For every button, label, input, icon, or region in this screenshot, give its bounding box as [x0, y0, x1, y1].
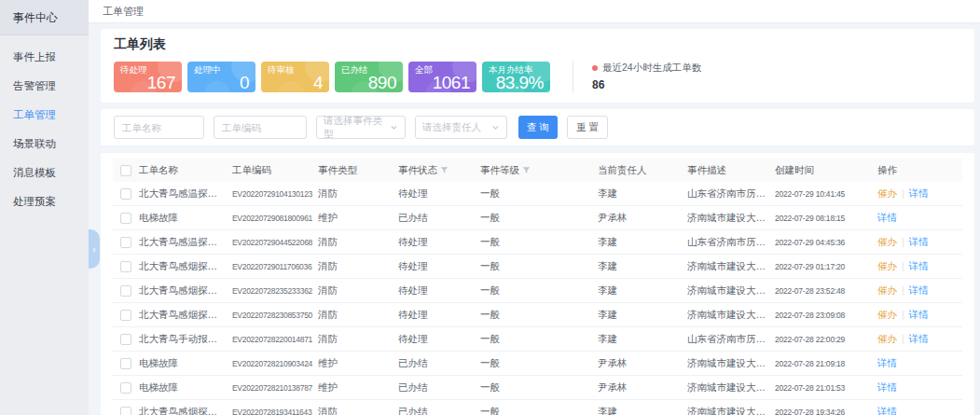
detail-link[interactable]: 详情 — [909, 187, 929, 199]
row-checkbox[interactable] — [120, 188, 131, 200]
cell-time: 2022-07-28 19:34:26 — [775, 408, 877, 415]
detail-link[interactable]: 详情 — [909, 333, 929, 344]
cell-actions: 详情 — [877, 212, 962, 225]
sidebar-item[interactable]: 工单管理 — [0, 101, 89, 130]
cell-type: 消防 — [318, 236, 398, 249]
cell-time: 2022-07-28 23:09:08 — [775, 311, 877, 320]
cell-code: EV20220728193411643 — [232, 408, 318, 415]
column-header: 操作 — [877, 164, 962, 177]
row-checkbox-cell — [113, 358, 139, 369]
stat-card-value: 167 — [120, 75, 175, 90]
cell-level: 一般 — [480, 187, 598, 201]
order-code-input[interactable] — [214, 116, 307, 139]
action-separator: | — [902, 187, 904, 199]
table-row: 电梯故障EV20220728210138787维护已办结一般尹承林济南城市建设大… — [113, 376, 962, 400]
detail-link[interactable]: 详情 — [877, 357, 897, 368]
row-checkbox[interactable] — [120, 358, 131, 369]
detail-link[interactable]: 详情 — [877, 406, 897, 415]
detail-link[interactable]: 详情 — [909, 309, 929, 320]
search-button[interactable]: 查 询 — [518, 116, 558, 139]
order-name-input[interactable] — [114, 116, 204, 139]
filter-funnel-icon[interactable] — [522, 166, 531, 174]
sidebar-item[interactable]: 事件上报 — [0, 43, 89, 72]
table-row: 北大青鸟感温探测器故障EV20220729044522068消防待处理一般李建山… — [113, 230, 962, 255]
sidebar-item[interactable]: 场景联动 — [0, 130, 89, 159]
legend-dot-icon — [592, 65, 598, 71]
table-row: 电梯故障EV20220728210903424维护已办结一般尹承林济南城市建设大… — [113, 352, 962, 376]
cell-desc: 济南城市建设大厦B3车... — [687, 309, 775, 322]
column-header: 事件等级 — [480, 164, 598, 177]
page-title: 工单列表 — [114, 36, 961, 53]
stat-card: 待处理167 — [114, 62, 182, 92]
detail-link[interactable]: 详情 — [909, 284, 929, 296]
cell-status: 待处理 — [398, 284, 480, 297]
table-row: 北大青鸟感温探测器故障EV20220729104130123消防待处理一般李建山… — [113, 182, 962, 206]
filter-funnel-icon[interactable] — [440, 166, 449, 174]
detail-link[interactable]: 详情 — [877, 212, 897, 223]
detail-link[interactable]: 详情 — [909, 260, 929, 271]
cell-person: 李建 — [598, 284, 687, 297]
row-checkbox[interactable] — [120, 213, 131, 224]
cell-name: 北大青鸟感温探测器故障 — [139, 236, 232, 249]
row-checkbox-cell — [113, 407, 139, 415]
detail-link[interactable]: 详情 — [909, 236, 929, 247]
row-checkbox[interactable] — [120, 285, 131, 297]
urge-link[interactable]: 催办 — [877, 187, 897, 199]
stat-card: 本月办结率83.9% — [482, 62, 550, 92]
row-checkbox[interactable] — [120, 382, 131, 394]
cell-person: 李建 — [598, 309, 687, 322]
cell-time: 2022-07-28 23:52:48 — [775, 286, 877, 296]
action-separator: | — [902, 333, 904, 344]
row-checkbox[interactable] — [120, 261, 131, 272]
row-checkbox[interactable] — [120, 310, 131, 321]
sidebar-item[interactable]: 消息模板 — [0, 159, 89, 187]
cell-time: 2022-07-29 08:18:15 — [775, 214, 877, 223]
column-header: 事件描述 — [687, 164, 775, 177]
urge-link[interactable]: 催办 — [877, 284, 897, 296]
event-type-select[interactable]: 请选择事件类型 — [316, 116, 406, 139]
cell-type: 消防 — [318, 284, 398, 297]
cell-person: 李建 — [598, 187, 687, 201]
header-checkbox-cell — [113, 165, 139, 176]
cell-level: 一般 — [480, 406, 598, 415]
urge-link[interactable]: 催办 — [877, 333, 897, 344]
recent-orders-stat: 最近24小时生成工单数 86 — [592, 62, 701, 91]
stat-card-value: 83.9% — [489, 75, 544, 90]
column-header-label: 事件类型 — [318, 164, 357, 175]
sidebar-nav: 事件上报告警管理工单管理场景联动消息模板处理预案 — [0, 35, 89, 216]
table-row: 电梯故障EV20220729081800961维护已办结一般尹承林济南城市建设大… — [113, 206, 962, 230]
cell-person: 尹承林 — [598, 212, 687, 225]
table-panel: 工单名称工单编码事件类型事件状态事件等级当前责任人事件描述创建时间操作 北大青鸟… — [101, 153, 974, 415]
row-checkbox[interactable] — [120, 407, 131, 415]
cell-level: 一般 — [480, 284, 598, 297]
reset-button[interactable]: 重 置 — [567, 116, 608, 139]
column-header: 工单名称 — [139, 164, 232, 177]
cell-name: 北大青鸟感烟探测器故障 — [139, 284, 232, 297]
person-select[interactable]: 请选择责任人 — [415, 116, 507, 139]
action-separator: | — [902, 236, 904, 247]
cell-type: 消防 — [318, 187, 398, 201]
row-checkbox-cell — [113, 382, 139, 394]
select-all-checkbox[interactable] — [120, 165, 131, 176]
filter-panel: 请选择事件类型 请选择责任人 查 询 重 置 — [101, 109, 974, 145]
urge-link[interactable]: 催办 — [877, 236, 897, 247]
row-checkbox[interactable] — [120, 334, 131, 345]
cell-actions: 催办|详情 — [877, 309, 962, 322]
chevron-left-icon: ‹ — [92, 243, 96, 255]
detail-link[interactable]: 详情 — [877, 381, 897, 393]
cell-code: EV20220729011706036 — [232, 262, 318, 271]
row-checkbox[interactable] — [120, 237, 131, 248]
sidebar-item[interactable]: 告警管理 — [0, 72, 89, 101]
sidebar-item[interactable]: 处理预案 — [0, 187, 89, 216]
urge-link[interactable]: 催办 — [877, 260, 897, 271]
table-row: 北大青鸟感烟探测器故障EV20220728235233362消防待处理一般李建济… — [113, 279, 962, 303]
cell-name: 北大青鸟感烟探测器故障 — [139, 260, 232, 273]
cell-name: 电梯故障 — [139, 357, 232, 370]
stats-row: 待处理167处理中0待审核4已办结890全部1061本月办结率83.9% 最近2… — [114, 61, 961, 92]
table-row: 北大青鸟手动报警按钮故障EV20220728220014871消防待处理一般李建… — [113, 327, 962, 352]
sidebar-collapse-toggle[interactable]: ‹ — [89, 229, 100, 269]
urge-link[interactable]: 催办 — [877, 309, 897, 320]
cell-code: EV20220728235233362 — [232, 286, 318, 296]
stats-panel: 工单列表 待处理167处理中0待审核4已办结890全部1061本月办结率83.9… — [101, 29, 974, 103]
cell-code: EV20220728210138787 — [232, 383, 318, 393]
